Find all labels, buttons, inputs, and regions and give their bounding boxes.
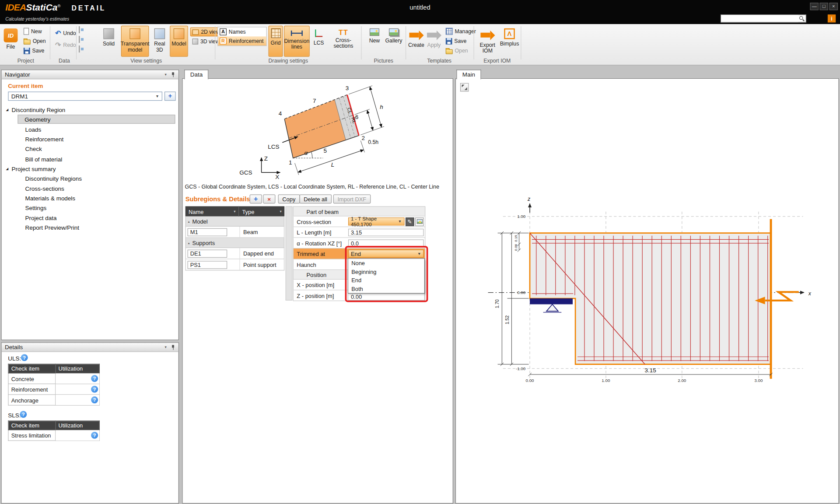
option-end[interactable]: End (348, 276, 424, 285)
fit-view-button[interactable] (460, 83, 469, 92)
pin-icon[interactable] (171, 72, 175, 77)
add-region-button[interactable]: + (164, 91, 176, 101)
import-dxf-button[interactable]: Import DXF (333, 194, 371, 203)
length-input[interactable]: 3.15 (348, 228, 424, 236)
current-item-dropdown[interactable]: DRM1 ▼ (8, 91, 162, 101)
template-save-button[interactable]: Save (444, 36, 469, 46)
tree-item-materials-models[interactable]: Materials & models (25, 193, 76, 203)
search-input[interactable] (721, 15, 798, 22)
delete-all-button[interactable]: Delete all (299, 194, 331, 203)
export-iom-button[interactable]: Export IOM (477, 26, 498, 57)
chevron-down-icon: ▼ (398, 220, 402, 224)
view-tool-2-button[interactable] (79, 36, 80, 42)
help-icon[interactable]: ? (91, 375, 98, 382)
table-row[interactable]: Anchorage ? (8, 395, 99, 405)
help-icon[interactable]: ? (21, 354, 28, 361)
name-field[interactable]: DE1 (188, 249, 228, 257)
cross-section-dropdown[interactable]: 1 - T Shape 450,1700▼ (348, 217, 405, 225)
option-both[interactable]: Both (348, 284, 424, 293)
minimize-button[interactable]: — (810, 3, 819, 10)
name-field[interactable]: PS1 (188, 261, 228, 269)
table-row[interactable]: PS1 Point support (186, 259, 285, 271)
picture-new-button[interactable]: New (366, 26, 383, 57)
bimplus-button[interactable]: Bimplus (499, 26, 520, 57)
file-button[interactable]: File (3, 26, 19, 57)
lcs-button[interactable]: LCS (311, 26, 326, 57)
view-3d-button[interactable]: 3D view (190, 37, 222, 46)
template-apply-button[interactable]: Apply (426, 26, 442, 57)
model-button[interactable]: Model (170, 26, 188, 57)
redo-button[interactable]: Redo (53, 40, 78, 49)
expander-icon[interactable] (6, 108, 8, 112)
filter-icon[interactable] (233, 210, 236, 213)
open-button[interactable]: Open (21, 36, 48, 46)
delete-subregion-button[interactable]: × (263, 194, 275, 203)
help-icon[interactable]: ? (91, 432, 98, 439)
tree-item-check[interactable]: Check (25, 144, 42, 153)
z-position-input[interactable]: 0.00 (348, 294, 425, 301)
help-icon[interactable]: ? (91, 386, 98, 393)
table-row[interactable]: Concrete ? (8, 373, 99, 384)
tree-item-reinforcement[interactable]: Reinforcement (25, 134, 64, 144)
undo-button[interactable]: Undo (53, 28, 78, 38)
trimmed-at-value: End (351, 250, 361, 257)
details-title: Details (5, 344, 23, 350)
license-info-button[interactable]: i (828, 14, 836, 22)
search-icon[interactable] (799, 16, 803, 20)
tree-item-loads[interactable]: Loads (25, 125, 42, 134)
save-button[interactable]: Save (21, 46, 46, 55)
collapse-group-icon[interactable] (188, 241, 190, 245)
tree-item-geometry[interactable]: Geometry (18, 115, 175, 124)
view-tool-3-button[interactable] (79, 46, 80, 52)
close-button[interactable]: × (830, 3, 838, 10)
table-row[interactable]: M1 Beam (186, 227, 285, 238)
add-subregion-button[interactable]: + (250, 194, 262, 203)
expander-icon[interactable] (6, 167, 8, 171)
cross-section-picture-button[interactable] (415, 217, 424, 226)
view-tool-1-button[interactable] (79, 27, 80, 32)
tab-data[interactable]: Data (184, 70, 208, 79)
collapse-group-icon[interactable] (188, 219, 190, 223)
tree-item-report-preview-print[interactable]: Report Preview/Print (25, 223, 80, 232)
template-create-button[interactable]: Create (408, 26, 425, 57)
grid-button[interactable]: Grid (268, 26, 283, 57)
collapse-icon[interactable]: ▾ (165, 345, 167, 350)
edit-cross-section-button[interactable] (406, 217, 414, 226)
dimension-lines-button[interactable]: Dimension lines (284, 26, 310, 57)
gallery-button[interactable]: Gallery (384, 26, 403, 57)
real-3d-button[interactable]: Real 3D (150, 26, 169, 57)
group-row-model[interactable]: Model (186, 217, 285, 227)
new-button[interactable]: New (21, 27, 44, 36)
help-icon[interactable]: ? (91, 396, 98, 403)
template-open-button[interactable]: Open (444, 46, 470, 55)
tree-item-project-data[interactable]: Project data (25, 213, 57, 222)
help-icon[interactable]: ? (20, 411, 27, 418)
cross-sections-button[interactable]: Cross-sections (327, 26, 359, 57)
copy-button[interactable]: Copy (278, 194, 300, 203)
names-toggle[interactable]: Names (218, 27, 266, 36)
transparent-model-button[interactable]: Transparent model (121, 26, 149, 57)
tree-item-project-summary[interactable]: Project summary (6, 164, 56, 173)
pin-icon[interactable] (171, 345, 175, 350)
name-field[interactable]: M1 (188, 228, 228, 236)
table-row[interactable]: DE1 Dapped end (186, 248, 285, 259)
rotation-input[interactable]: 0.0 (348, 239, 424, 247)
filter-icon[interactable] (279, 210, 282, 213)
tab-main[interactable]: Main (456, 70, 481, 79)
tree-item-bill-of-material[interactable]: Bill of material (25, 154, 63, 164)
tree-item-cross-sections[interactable]: Cross-sections (25, 184, 64, 193)
table-row[interactable]: Reinforcement ? (8, 384, 99, 394)
tree-item-settings[interactable]: Settings (25, 203, 47, 212)
template-manager-button[interactable]: Manager (444, 27, 478, 36)
option-beginning[interactable]: Beginning (348, 267, 424, 276)
collapse-icon[interactable]: ▾ (165, 72, 167, 77)
group-row-supports[interactable]: Supports (186, 238, 285, 248)
tree-item-discontinuity-regions[interactable]: Discontinuity Regions (25, 174, 82, 183)
maximize-button[interactable]: □ (819, 3, 828, 10)
option-none[interactable]: None (348, 259, 424, 267)
trimmed-at-dropdown[interactable]: End▼ (348, 250, 424, 258)
tree-item-discontinuity-region[interactable]: Discontinuity Region (6, 105, 65, 114)
solid-button[interactable]: Solid (98, 26, 119, 57)
reinforcement-toggle[interactable]: Reinforcement (218, 36, 266, 46)
table-row[interactable]: Stress limitation ? (8, 430, 99, 441)
